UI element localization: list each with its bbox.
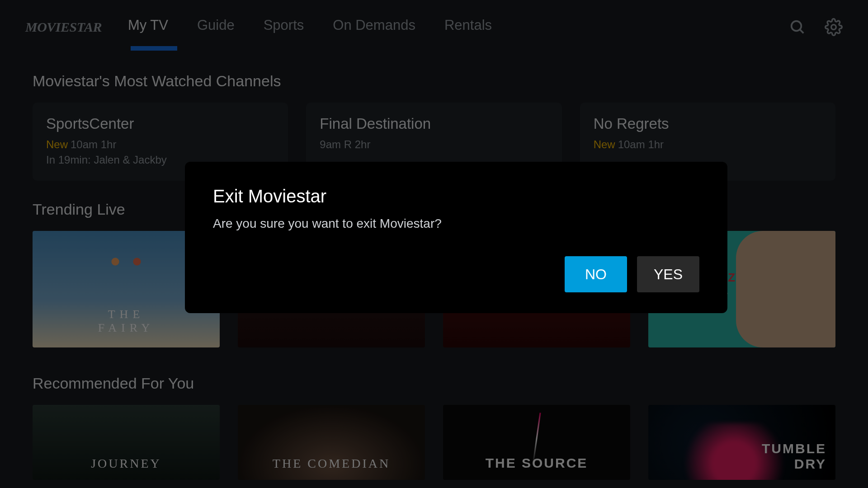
dialog-title: Exit Moviestar (213, 186, 699, 206)
dialog-body: Are you sure you want to exit Moviestar? (213, 216, 699, 231)
yes-button[interactable]: YES (637, 256, 699, 292)
app-root: MOVIESTAR My TV Guide Sports On Demands … (0, 0, 868, 488)
no-button[interactable]: NO (565, 256, 627, 292)
exit-dialog: Exit Moviestar Are you sure you want to … (185, 162, 727, 313)
dialog-actions: NO YES (213, 256, 699, 292)
